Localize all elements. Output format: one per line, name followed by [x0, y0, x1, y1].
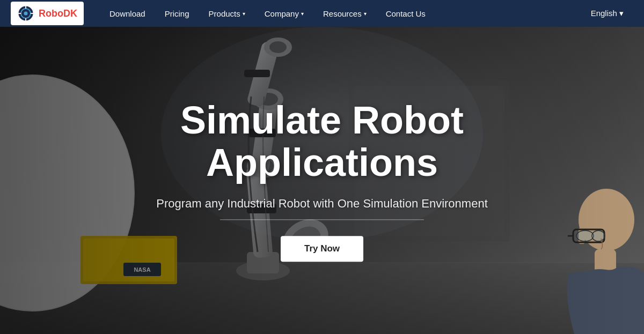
nav-company[interactable]: Company ▾ — [255, 0, 313, 27]
navbar-nav: Download Pricing Products ▾ Company ▾ Re… — [100, 0, 581, 27]
language-selector[interactable]: English ▾ — [581, 0, 633, 27]
try-now-button[interactable]: Try Now — [281, 236, 363, 262]
products-chevron-icon: ▾ — [243, 11, 245, 17]
language-label[interactable]: English ▾ — [581, 0, 633, 27]
hero-section: NASA — [0, 27, 644, 334]
navbar: RoboDK Download Pricing Products ▾ Compa… — [0, 0, 644, 27]
brand-robo: Robo — [39, 8, 63, 19]
nav-products[interactable]: Products ▾ — [199, 0, 255, 27]
nav-download[interactable]: Download — [100, 0, 155, 27]
brand-dk: DK — [63, 8, 77, 19]
svg-point-2 — [24, 11, 27, 15]
nav-pricing[interactable]: Pricing — [155, 0, 199, 27]
hero-subtitle: Program any Industrial Robot with One Si… — [80, 197, 564, 211]
company-chevron-icon: ▾ — [301, 11, 304, 17]
nav-contact-us[interactable]: Contact Us — [376, 0, 435, 27]
robodk-logo-icon — [17, 5, 34, 22]
hero-divider — [220, 219, 424, 220]
hero-title: Simulate Robot Applications — [80, 99, 564, 184]
hero-content: Simulate Robot Applications Program any … — [80, 99, 564, 262]
resources-chevron-icon: ▾ — [364, 11, 367, 17]
brand-name: RoboDK — [39, 8, 77, 19]
nav-resources[interactable]: Resources ▾ — [313, 0, 376, 27]
brand-logo[interactable]: RoboDK — [11, 2, 84, 25]
